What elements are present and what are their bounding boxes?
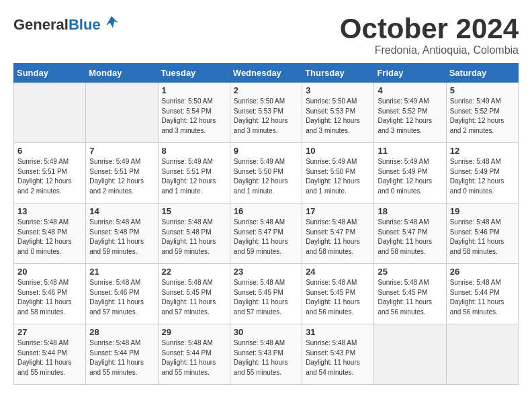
day-number: 20 xyxy=(17,267,82,277)
day-info: Sunrise: 5:49 AM Sunset: 5:52 PM Dayligh… xyxy=(378,97,442,136)
header-saturday: Saturday xyxy=(446,64,518,83)
day-info: Sunrise: 5:48 AM Sunset: 5:48 PM Dayligh… xyxy=(17,218,82,257)
calendar-cell: 12Sunrise: 5:48 AM Sunset: 5:49 PM Dayli… xyxy=(446,143,518,203)
day-info: Sunrise: 5:48 AM Sunset: 5:44 PM Dayligh… xyxy=(162,338,226,377)
header-row: SundayMondayTuesdayWednesdayThursdayFrid… xyxy=(14,64,519,83)
calendar-cell: 11Sunrise: 5:49 AM Sunset: 5:49 PM Dayli… xyxy=(374,143,446,203)
day-number: 9 xyxy=(234,146,298,156)
calendar-cell xyxy=(446,324,518,385)
calendar-cell: 1Sunrise: 5:50 AM Sunset: 5:54 PM Daylig… xyxy=(158,83,230,143)
day-number: 28 xyxy=(89,327,154,337)
calendar-cell: 16Sunrise: 5:48 AM Sunset: 5:47 PM Dayli… xyxy=(230,203,302,264)
calendar-cell xyxy=(14,83,86,143)
day-info: Sunrise: 5:48 AM Sunset: 5:45 PM Dayligh… xyxy=(162,278,226,317)
calendar-cell: 18Sunrise: 5:48 AM Sunset: 5:47 PM Dayli… xyxy=(374,203,446,264)
calendar-cell: 5Sunrise: 5:49 AM Sunset: 5:52 PM Daylig… xyxy=(446,83,518,143)
day-number: 21 xyxy=(89,267,154,277)
calendar-cell: 21Sunrise: 5:48 AM Sunset: 5:46 PM Dayli… xyxy=(86,264,158,324)
page-header: General Blue October 2024 Fredonia, Anti… xyxy=(13,13,519,56)
day-number: 3 xyxy=(306,85,370,95)
day-number: 5 xyxy=(450,85,515,95)
day-number: 16 xyxy=(234,206,298,216)
day-info: Sunrise: 5:50 AM Sunset: 5:53 PM Dayligh… xyxy=(234,97,298,136)
calendar-cell: 29Sunrise: 5:48 AM Sunset: 5:44 PM Dayli… xyxy=(158,324,230,385)
day-info: Sunrise: 5:48 AM Sunset: 5:43 PM Dayligh… xyxy=(234,338,298,377)
calendar-cell: 7Sunrise: 5:49 AM Sunset: 5:51 PM Daylig… xyxy=(86,143,158,203)
title-block: October 2024 Fredonia, Antioquia, Colomb… xyxy=(340,13,519,56)
day-number: 24 xyxy=(306,267,370,277)
day-number: 1 xyxy=(162,85,226,95)
day-info: Sunrise: 5:50 AM Sunset: 5:53 PM Dayligh… xyxy=(306,97,370,136)
header-sunday: Sunday xyxy=(14,64,86,83)
day-info: Sunrise: 5:48 AM Sunset: 5:47 PM Dayligh… xyxy=(234,218,298,257)
logo-bird-icon xyxy=(102,13,121,36)
header-monday: Monday xyxy=(86,64,158,83)
day-info: Sunrise: 5:48 AM Sunset: 5:44 PM Dayligh… xyxy=(89,338,154,377)
calendar-cell: 23Sunrise: 5:48 AM Sunset: 5:45 PM Dayli… xyxy=(230,264,302,324)
header-friday: Friday xyxy=(374,64,446,83)
day-number: 13 xyxy=(17,206,82,216)
day-number: 2 xyxy=(234,85,298,95)
calendar-cell: 28Sunrise: 5:48 AM Sunset: 5:44 PM Dayli… xyxy=(86,324,158,385)
day-info: Sunrise: 5:49 AM Sunset: 5:51 PM Dayligh… xyxy=(162,157,226,196)
day-number: 10 xyxy=(306,146,370,156)
day-number: 18 xyxy=(378,206,442,216)
day-number: 7 xyxy=(89,146,154,156)
calendar-cell xyxy=(86,83,158,143)
calendar-cell: 26Sunrise: 5:48 AM Sunset: 5:44 PM Dayli… xyxy=(446,264,518,324)
day-number: 4 xyxy=(378,85,442,95)
day-info: Sunrise: 5:48 AM Sunset: 5:44 PM Dayligh… xyxy=(450,278,515,317)
day-number: 26 xyxy=(450,267,515,277)
day-number: 15 xyxy=(162,206,226,216)
header-wednesday: Wednesday xyxy=(230,64,302,83)
month-title: October 2024 xyxy=(340,13,519,44)
logo-general-text: General xyxy=(13,16,69,34)
day-info: Sunrise: 5:49 AM Sunset: 5:50 PM Dayligh… xyxy=(234,157,298,196)
day-number: 30 xyxy=(234,327,298,337)
day-info: Sunrise: 5:48 AM Sunset: 5:44 PM Dayligh… xyxy=(17,338,82,377)
day-info: Sunrise: 5:49 AM Sunset: 5:49 PM Dayligh… xyxy=(378,157,442,196)
location-text: Fredonia, Antioquia, Colombia xyxy=(340,44,519,56)
day-number: 12 xyxy=(450,146,515,156)
svg-marker-0 xyxy=(106,16,118,28)
calendar-cell: 17Sunrise: 5:48 AM Sunset: 5:47 PM Dayli… xyxy=(302,203,374,264)
header-thursday: Thursday xyxy=(302,64,374,83)
calendar-table: SundayMondayTuesdayWednesdayThursdayFrid… xyxy=(13,63,519,385)
calendar-cell: 25Sunrise: 5:48 AM Sunset: 5:45 PM Dayli… xyxy=(374,264,446,324)
day-info: Sunrise: 5:48 AM Sunset: 5:47 PM Dayligh… xyxy=(378,218,442,257)
day-info: Sunrise: 5:49 AM Sunset: 5:50 PM Dayligh… xyxy=(306,157,370,196)
logo-blue-text: Blue xyxy=(69,16,101,34)
calendar-cell: 15Sunrise: 5:48 AM Sunset: 5:48 PM Dayli… xyxy=(158,203,230,264)
calendar-cell: 24Sunrise: 5:48 AM Sunset: 5:45 PM Dayli… xyxy=(302,264,374,324)
day-number: 22 xyxy=(162,267,226,277)
calendar-cell: 31Sunrise: 5:48 AM Sunset: 5:43 PM Dayli… xyxy=(302,324,374,385)
calendar-cell: 30Sunrise: 5:48 AM Sunset: 5:43 PM Dayli… xyxy=(230,324,302,385)
day-info: Sunrise: 5:48 AM Sunset: 5:45 PM Dayligh… xyxy=(306,278,370,317)
week-row-2: 6Sunrise: 5:49 AM Sunset: 5:51 PM Daylig… xyxy=(14,143,519,203)
week-row-5: 27Sunrise: 5:48 AM Sunset: 5:44 PM Dayli… xyxy=(14,324,519,385)
day-info: Sunrise: 5:48 AM Sunset: 5:46 PM Dayligh… xyxy=(450,218,515,257)
day-number: 31 xyxy=(306,327,370,337)
calendar-cell: 14Sunrise: 5:48 AM Sunset: 5:48 PM Dayli… xyxy=(86,203,158,264)
day-info: Sunrise: 5:50 AM Sunset: 5:54 PM Dayligh… xyxy=(162,97,226,136)
calendar-cell: 20Sunrise: 5:48 AM Sunset: 5:46 PM Dayli… xyxy=(14,264,86,324)
day-number: 27 xyxy=(17,327,82,337)
calendar-cell: 10Sunrise: 5:49 AM Sunset: 5:50 PM Dayli… xyxy=(302,143,374,203)
day-info: Sunrise: 5:49 AM Sunset: 5:51 PM Dayligh… xyxy=(17,157,82,196)
calendar-cell: 6Sunrise: 5:49 AM Sunset: 5:51 PM Daylig… xyxy=(14,143,86,203)
day-info: Sunrise: 5:49 AM Sunset: 5:51 PM Dayligh… xyxy=(89,157,154,196)
calendar-cell: 2Sunrise: 5:50 AM Sunset: 5:53 PM Daylig… xyxy=(230,83,302,143)
day-number: 23 xyxy=(234,267,298,277)
calendar-cell: 8Sunrise: 5:49 AM Sunset: 5:51 PM Daylig… xyxy=(158,143,230,203)
day-info: Sunrise: 5:48 AM Sunset: 5:47 PM Dayligh… xyxy=(306,218,370,257)
calendar-cell: 9Sunrise: 5:49 AM Sunset: 5:50 PM Daylig… xyxy=(230,143,302,203)
day-number: 17 xyxy=(306,206,370,216)
header-tuesday: Tuesday xyxy=(158,64,230,83)
day-info: Sunrise: 5:49 AM Sunset: 5:52 PM Dayligh… xyxy=(450,97,515,136)
calendar-cell xyxy=(374,324,446,385)
day-number: 19 xyxy=(450,206,515,216)
calendar-cell: 22Sunrise: 5:48 AM Sunset: 5:45 PM Dayli… xyxy=(158,264,230,324)
calendar-cell: 27Sunrise: 5:48 AM Sunset: 5:44 PM Dayli… xyxy=(14,324,86,385)
day-number: 25 xyxy=(378,267,442,277)
day-info: Sunrise: 5:48 AM Sunset: 5:45 PM Dayligh… xyxy=(234,278,298,317)
